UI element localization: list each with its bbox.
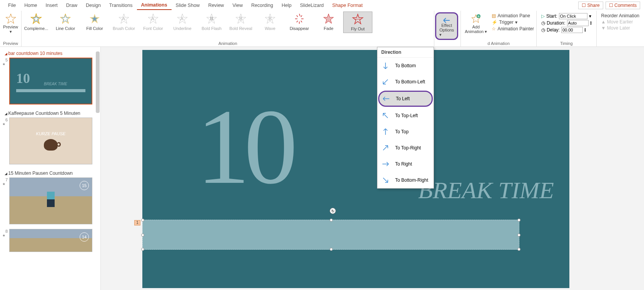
anim-fillcolor[interactable]: Fill Color	[80, 12, 109, 33]
section-1[interactable]: bar countdown 10 minutes	[2, 49, 98, 58]
editor-canvas[interactable]: 10 BREAK TIME ↻ 1 Direction To Bottom To…	[101, 47, 644, 290]
tab-animations[interactable]: Animations	[137, 1, 172, 10]
star-icon	[30, 13, 42, 25]
slide-thumb-6[interactable]: KURZE PAUSE	[9, 118, 92, 164]
delay-input[interactable]	[561, 27, 583, 33]
svg-marker-1	[31, 14, 41, 23]
opt-to-top-right[interactable]: To Top-Right	[377, 140, 434, 156]
preview-button[interactable]: Preview ▾	[2, 12, 19, 36]
anim-fade[interactable]: Fade	[314, 12, 343, 33]
star-icon	[60, 13, 71, 25]
opt-to-top[interactable]: To Top	[377, 124, 434, 140]
tab-review[interactable]: Review	[204, 1, 228, 10]
resize-handle[interactable]	[330, 248, 333, 251]
svg-text:A: A	[122, 16, 125, 22]
opt-to-top-left[interactable]: To Top-Left	[377, 108, 434, 124]
opt-to-right[interactable]: To Right	[377, 156, 434, 172]
tab-slidelizard[interactable]: SlideLizard	[296, 1, 328, 10]
section-2[interactable]: Kaffeepause Countdown 5 Minuten	[2, 109, 98, 118]
stepper-icon[interactable]: ▴▾	[590, 21, 592, 25]
tab-draw[interactable]: Draw	[62, 1, 82, 10]
svg-text:+: +	[477, 14, 480, 18]
add-animation-button[interactable]: + Add Animation ▾	[463, 12, 489, 36]
animation-gallery[interactable]: Compleme... Line Color Fill Color ABrush…	[22, 12, 434, 33]
animation-tag[interactable]: 1	[134, 220, 140, 225]
duration-label: Duration:	[547, 20, 566, 26]
anim-complement[interactable]: Compleme...	[22, 12, 51, 33]
comments-button[interactable]: ☐ Comments	[606, 2, 640, 9]
star-icon	[352, 13, 364, 25]
opt-to-bottom-right[interactable]: To Bottom-Right	[377, 172, 434, 188]
tab-insert[interactable]: Insert	[42, 1, 62, 10]
tab-file[interactable]: File	[4, 1, 20, 10]
progress-bar-shape[interactable]: ↻ 1	[142, 220, 519, 250]
svg-marker-0	[6, 14, 16, 23]
slide-thumb-7[interactable]: 15	[9, 177, 92, 224]
resize-handle[interactable]	[517, 248, 521, 251]
star-icon	[5, 13, 17, 25]
move-earlier-button: ▲ Move Earlier	[601, 19, 639, 25]
svg-text:A: A	[151, 16, 154, 22]
svg-text:B: B	[239, 16, 242, 22]
anim-linecolor[interactable]: Line Color	[51, 12, 80, 33]
opt-to-bottom[interactable]: To Bottom	[377, 58, 434, 74]
anim-underline[interactable]: AUnderline	[168, 12, 197, 33]
resize-handle[interactable]	[517, 219, 521, 222]
arrow-down-icon	[381, 61, 390, 70]
tab-view[interactable]: View	[228, 1, 247, 10]
resize-handle[interactable]	[517, 234, 521, 237]
section-3[interactable]: 15 Minuten Pausen Countdown	[2, 169, 98, 177]
slide-thumb-5[interactable]: 10 BREAK TIME	[9, 58, 92, 104]
resize-handle[interactable]	[141, 234, 144, 237]
delay-label: Delay:	[547, 27, 560, 33]
resize-handle[interactable]	[141, 248, 144, 251]
animation-pane-button[interactable]: ▤Animation Pane	[492, 13, 534, 18]
star-icon: B	[264, 13, 276, 25]
anim-fontcolor[interactable]: AFont Color	[138, 12, 168, 33]
share-button[interactable]: ☐ Share	[578, 2, 603, 9]
animation-painter-button[interactable]: ☆Animation Painter	[492, 26, 534, 31]
opt-to-bottom-left[interactable]: To Bottom-Left	[377, 74, 434, 90]
tab-recording[interactable]: Recording	[247, 1, 277, 10]
anim-boldreveal[interactable]: BBold Reveal	[226, 12, 255, 33]
start-label: Start:	[546, 13, 557, 19]
effect-options-button[interactable]: Effect Options ▾	[435, 12, 458, 40]
tab-help[interactable]: Help	[277, 1, 296, 10]
badge-14: 14	[80, 232, 89, 242]
group-timing-label: Timing	[539, 40, 594, 46]
duration-input[interactable]	[567, 20, 589, 26]
trigger-button[interactable]: ⚡Trigger ▾	[492, 20, 534, 25]
opt-to-left[interactable]: To Left	[378, 91, 433, 107]
svg-text:B: B	[269, 16, 272, 22]
anim-boldflash[interactable]: BBold Flash	[197, 12, 226, 33]
anim-star-icon: ★	[2, 182, 8, 186]
start-input[interactable]	[559, 13, 587, 19]
break-text: BREAK TIME	[418, 177, 554, 204]
slide-thumb-8[interactable]: 14	[9, 229, 92, 252]
workspace: bar countdown 10 minutes 5★ 10 BREAK TIM…	[0, 47, 644, 290]
scrollbar[interactable]	[95, 48, 100, 290]
resize-handle[interactable]	[141, 219, 144, 222]
svg-text:B: B	[210, 16, 214, 22]
group-animation-label: Animation	[22, 40, 434, 46]
svg-marker-19	[324, 14, 334, 23]
rotate-handle[interactable]: ↻	[330, 208, 336, 214]
tab-shape-format[interactable]: Shape Format	[328, 1, 367, 10]
tab-slideshow[interactable]: Slide Show	[172, 1, 204, 10]
preview-label: Preview	[3, 25, 18, 29]
resize-handle[interactable]	[330, 219, 333, 222]
slide-panel[interactable]: bar countdown 10 minutes 5★ 10 BREAK TIM…	[0, 47, 101, 290]
anim-brushcolor[interactable]: ABrush Color	[109, 12, 138, 33]
stepper-icon[interactable]: ▴▾	[584, 28, 586, 32]
group-advanced-label: d Animation	[463, 40, 534, 46]
anim-disappear[interactable]: Disappear	[285, 12, 314, 33]
anim-wave[interactable]: BWave	[255, 12, 285, 33]
tab-transitions[interactable]: Transitions	[105, 1, 137, 10]
star-icon: B	[235, 13, 247, 25]
tab-design[interactable]: Design	[82, 1, 105, 10]
star-icon	[323, 13, 334, 25]
ribbon: Preview ▾ Preview Compleme... Line Color…	[0, 11, 644, 47]
reorder-label: Reorder Animation	[601, 13, 639, 18]
tab-home[interactable]: Home	[20, 1, 41, 10]
anim-flyout[interactable]: Fly Out	[343, 12, 372, 33]
